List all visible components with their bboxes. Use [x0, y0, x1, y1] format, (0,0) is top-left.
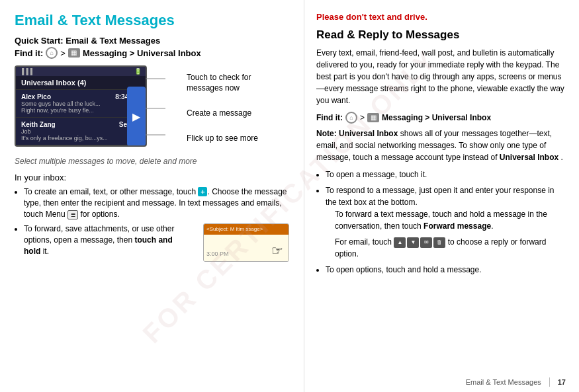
select-multiple-text: Select multiple messages to move, delete…: [15, 157, 289, 166]
right-column: Please don't text and drive. Read & Repl…: [304, 0, 579, 392]
left-column: Email & Text Messages Quick Start: Email…: [0, 0, 304, 392]
plus-icon: +: [198, 187, 207, 196]
mockup-wrapper: ▐▐▐ 🔋 Universal Inbox (4) Alex Pico 8:34…: [15, 65, 289, 151]
warning-text: Please don't text and drive.: [316, 12, 564, 22]
right-bullet-1: To open a message, touch it.: [326, 169, 564, 180]
swipe-arrow-overlay: ▶: [127, 87, 146, 146]
note-text-2: .: [561, 153, 563, 162]
delete-icon: 🗑: [433, 237, 445, 248]
annotation-2: Create a message: [187, 108, 289, 119]
phone-message-1: Alex Pico 8:34 PM Some guys have all the…: [16, 90, 146, 118]
left-bullet-list: To create an email, text, or other messa…: [15, 186, 289, 262]
messaging-icon: ▦: [68, 48, 80, 58]
right-sub-1: To forward a text message, touch and hol…: [326, 208, 564, 232]
home-icon: ⌂: [46, 47, 58, 59]
message2-sender-row: Keith Zang Sep 25: [21, 121, 140, 128]
message2-preview: It's only a freelance gig, bu...ys...: [21, 135, 127, 141]
forward-message-label: Forward message: [423, 221, 491, 231]
hand-pointer-icon: ☞: [271, 241, 283, 260]
menu-icon: ☰: [67, 210, 78, 219]
signal-indicator: ▐▐▐: [20, 68, 32, 75]
left-bullet-1: To create an email, text, or other messa…: [24, 186, 289, 219]
arrow-sep-right: >: [360, 113, 365, 122]
annotation-lines: [146, 65, 185, 151]
note-universal-inbox-2: Universal Inbox: [500, 153, 558, 162]
inbox-intro: In your inbox:: [15, 173, 289, 182]
annotation-3: Flick up to see more: [187, 134, 289, 144]
page-footer: Email & Text Messages 17: [466, 377, 566, 387]
email-screenshot: <Subject: M ltim ssage> 3:00 PM ☞: [203, 223, 289, 261]
body-text-1: Every text, email, friend-feed, wall pos…: [316, 47, 564, 106]
touch-hold-label: touch and hold: [24, 235, 173, 256]
arrow-separator: >: [60, 48, 66, 58]
phone-message-2: Keith Zang Sep 25 Job It's only a freela…: [16, 118, 146, 145]
email-time: 3:00 PM: [206, 250, 229, 258]
email-screenshot-body: 3:00 PM ☞: [204, 235, 289, 261]
email-screenshot-header: <Subject: M ltim ssage>: [204, 224, 289, 234]
note-universal-inbox-1: Universal Inbox: [339, 129, 398, 138]
down-icon: ▼: [407, 237, 419, 248]
find-it-path-right: Messaging > Universal Inbox: [382, 113, 491, 122]
phone-status-bar: ▐▐▐ 🔋: [16, 67, 146, 76]
reply-icon: ✉: [420, 237, 432, 248]
message1-preview2: Right now, you're busy fle...: [21, 107, 127, 114]
action-icons: ▲ ▼ ✉ 🗑: [394, 237, 445, 248]
home-icon-right: ⌂: [345, 112, 357, 124]
right-sub-2: For email, touch ▲ ▼ ✉ 🗑 to choose a rep…: [326, 236, 564, 260]
message2-sender: Keith Zang: [21, 121, 56, 128]
right-bullet-list: To open a message, touch it. To respond …: [316, 169, 564, 276]
left-bullet-2: To forward, save attachments, or use oth…: [24, 223, 289, 261]
phone-inbox-header: Universal Inbox (4): [16, 76, 146, 90]
find-it-path: Messaging > Universal Inbox: [83, 48, 201, 58]
right-bullet-2: To respond to a message, just open it an…: [326, 184, 564, 260]
page-title: Email & Text Messages: [15, 12, 289, 29]
page-container: Email & Text Messages Quick Start: Email…: [0, 0, 579, 392]
right-bullet-3: To open options, touch and hold a messag…: [326, 264, 564, 276]
find-it-line: Find it: ⌂ > ▦ Messaging > Universal Inb…: [15, 47, 289, 59]
message1-sender-row: Alex Pico 8:34 PM: [21, 93, 140, 100]
find-it-line-right: Find it: ⌂ > ▦ Messaging > Universal Inb…: [316, 112, 564, 124]
find-it-label: Find it:: [15, 48, 43, 58]
messaging-icon-right: ▦: [367, 113, 379, 122]
note-label: Note:: [316, 129, 337, 138]
footer-divider: [549, 377, 550, 387]
footer-section-label: Email & Text Messages: [466, 378, 541, 386]
swipe-arrow-icon: ▶: [132, 110, 140, 123]
quick-start-heading: Quick Start: Email & Text Messages: [15, 36, 289, 46]
phone-mockup: ▐▐▐ 🔋 Universal Inbox (4) Alex Pico 8:34…: [15, 65, 147, 147]
message2-subject: Job: [21, 128, 127, 135]
section-heading: Read & Reply to Messages: [316, 28, 564, 42]
battery-indicator: 🔋: [134, 68, 142, 75]
email-subject: <Subject: M ltim ssage>: [206, 226, 263, 232]
message1-preview1: Some guys have all the luck...: [21, 100, 127, 107]
page-number: 17: [558, 378, 566, 386]
message1-sender: Alex Pico: [21, 93, 51, 100]
note-line: Note: Universal Inbox shows all of your …: [316, 128, 564, 163]
annotation-1: Touch to check for messages now: [187, 73, 289, 93]
find-it-label-right: Find it:: [316, 113, 343, 122]
up-icon: ▲: [394, 237, 406, 248]
mockup-annotations: Touch to check for messages now Create a…: [187, 65, 289, 151]
